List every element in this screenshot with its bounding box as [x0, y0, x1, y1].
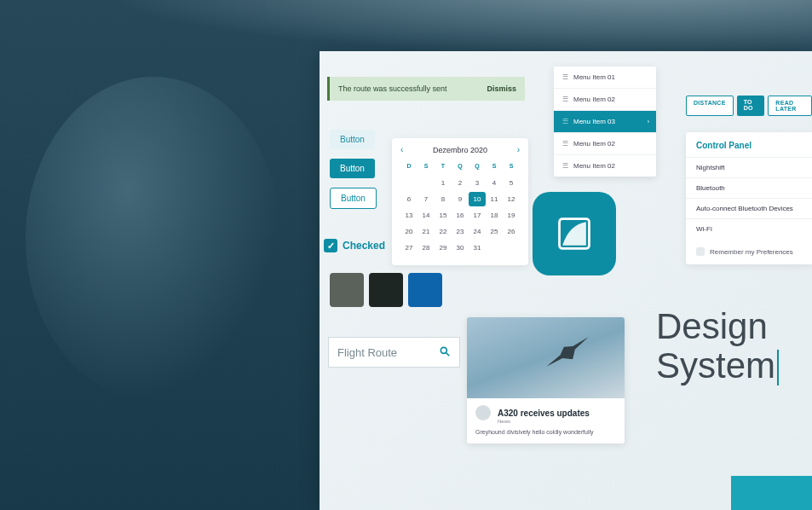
swatch-2[interactable]: [369, 273, 403, 307]
avatar: [475, 405, 491, 420]
news-body-text: Greyhound divisively hello coldly wonder…: [475, 429, 616, 435]
calendar-day[interactable]: 8: [435, 192, 452, 206]
toast-message: The route was successfully sent: [338, 84, 447, 93]
svg-line-1: [446, 352, 450, 356]
calendar-day[interactable]: 10: [469, 192, 486, 206]
calendar-day[interactable]: 3: [469, 176, 486, 190]
calendar-day[interactable]: 20: [400, 224, 418, 239]
calendar-day[interactable]: 11: [486, 192, 503, 206]
news-image: [467, 317, 625, 398]
calendar-day[interactable]: 1: [435, 176, 452, 190]
calendar-day[interactable]: 9: [452, 192, 469, 206]
calendar-day[interactable]: 28: [418, 241, 435, 255]
menu-item-label: Menu Item 02: [573, 140, 615, 148]
calendar-day[interactable]: 31: [469, 241, 486, 255]
panel-item[interactable]: Wi-Fi: [686, 218, 812, 239]
menu-item[interactable]: ☰Menu Item 01: [554, 67, 656, 89]
calendar-day[interactable]: 16: [452, 208, 469, 223]
svg-point-0: [441, 347, 446, 353]
design-canvas: The route was successfully sent Dismiss …: [320, 51, 812, 510]
calendar-day[interactable]: 19: [503, 208, 520, 223]
chip-row: DISTANCE TO DO READ LATER: [686, 96, 812, 116]
calendar-dow: S: [418, 159, 435, 174]
calendar-prev[interactable]: ‹: [400, 145, 403, 154]
calendar-day[interactable]: 14: [418, 208, 435, 223]
calendar-day[interactable]: 13: [400, 208, 418, 223]
calendar-day[interactable]: 22: [435, 224, 452, 239]
calendar-day[interactable]: 25: [486, 224, 503, 239]
calendar-day[interactable]: 21: [418, 224, 435, 239]
calendar-day: [486, 241, 503, 255]
person-icon: ☰: [562, 118, 568, 125]
remember-label: Remember my Preferences: [710, 248, 793, 256]
person-icon: ☰: [562, 73, 568, 81]
calendar-dow: S: [486, 159, 503, 174]
calendar-day[interactable]: 24: [469, 224, 486, 239]
person-icon: ☰: [562, 162, 568, 170]
calendar: ‹ Dezembro 2020 › DSTQQSS123456789101112…: [392, 138, 528, 265]
calendar-day[interactable]: 2: [452, 176, 469, 190]
logo-icon: [555, 214, 594, 253]
menu-item-label: Menu Item 01: [573, 73, 615, 81]
menu-list: ☰Menu Item 01☰Menu Item 02☰Menu Item 03›…: [554, 67, 656, 177]
swatch-3[interactable]: [408, 273, 442, 307]
calendar-day[interactable]: 7: [418, 192, 435, 206]
checkbox-checked[interactable]: ✓ Checked: [324, 239, 385, 252]
calendar-day[interactable]: 27: [400, 241, 418, 255]
checkbox-icon: [696, 247, 705, 256]
calendar-day[interactable]: 4: [486, 176, 503, 190]
checkbox-label: Checked: [343, 240, 385, 252]
calendar-day[interactable]: 5: [503, 176, 520, 190]
menu-item-label: Menu Item 02: [573, 96, 615, 103]
chip-todo[interactable]: TO DO: [737, 96, 765, 116]
menu-item[interactable]: ☰Menu Item 02: [554, 133, 656, 155]
calendar-day[interactable]: 26: [503, 224, 520, 239]
calendar-day[interactable]: 17: [469, 208, 486, 223]
page-heading: Design System: [656, 307, 779, 385]
panel-item[interactable]: Auto-connect Bluetooth Devices: [686, 198, 812, 218]
calendar-day: [503, 241, 520, 255]
person-icon: ☰: [562, 96, 568, 103]
toast-dismiss[interactable]: Dismiss: [487, 84, 516, 93]
calendar-dow: T: [435, 159, 452, 174]
news-card[interactable]: A320 receives updates News Greyhound div…: [467, 317, 625, 443]
chip-distance[interactable]: DISTANCE: [686, 96, 734, 116]
check-icon: ✓: [324, 239, 337, 252]
color-swatches: [330, 273, 442, 307]
remember-preferences[interactable]: Remember my Preferences: [686, 239, 812, 264]
calendar-day[interactable]: 29: [435, 241, 452, 255]
button-outline[interactable]: Button: [330, 188, 377, 209]
calendar-next[interactable]: ›: [517, 145, 520, 154]
button-light[interactable]: Button: [330, 130, 375, 149]
calendar-day[interactable]: 12: [503, 192, 520, 206]
menu-item[interactable]: ☰Menu Item 03›: [554, 111, 656, 133]
panel-item[interactable]: Bluetooth: [686, 177, 812, 198]
calendar-day: [418, 176, 435, 190]
calendar-day[interactable]: 23: [452, 224, 469, 239]
menu-item[interactable]: ☰Menu Item 02: [554, 155, 656, 177]
success-toast: The route was successfully sent Dismiss: [327, 77, 525, 101]
news-category: News: [498, 419, 616, 424]
heading-line1: Design: [656, 307, 779, 346]
app-icon[interactable]: [533, 192, 616, 275]
calendar-title: Dezembro 2020: [433, 146, 487, 154]
menu-item[interactable]: ☰Menu Item 02: [554, 89, 656, 111]
button-solid[interactable]: Button: [330, 159, 375, 178]
calendar-day[interactable]: 15: [435, 208, 452, 223]
panel-item[interactable]: Nightshift: [686, 157, 812, 177]
text-cursor-icon: [777, 350, 779, 385]
calendar-dow: S: [503, 159, 520, 174]
swatch-1[interactable]: [330, 273, 364, 307]
control-panel: Control Panel NightshiftBluetoothAuto-co…: [686, 132, 812, 264]
chip-readlater[interactable]: READ LATER: [768, 96, 812, 116]
calendar-day[interactable]: 6: [400, 192, 418, 206]
calendar-dow: Q: [469, 159, 486, 174]
menu-item-label: Menu Item 02: [573, 162, 615, 170]
search-icon[interactable]: [439, 345, 451, 360]
chevron-right-icon: ›: [648, 119, 649, 125]
calendar-dow: D: [400, 159, 418, 174]
calendar-day[interactable]: 30: [452, 241, 469, 255]
search-input[interactable]: Flight Route: [328, 337, 460, 368]
calendar-day[interactable]: 18: [486, 208, 503, 223]
person-icon: ☰: [562, 140, 568, 148]
